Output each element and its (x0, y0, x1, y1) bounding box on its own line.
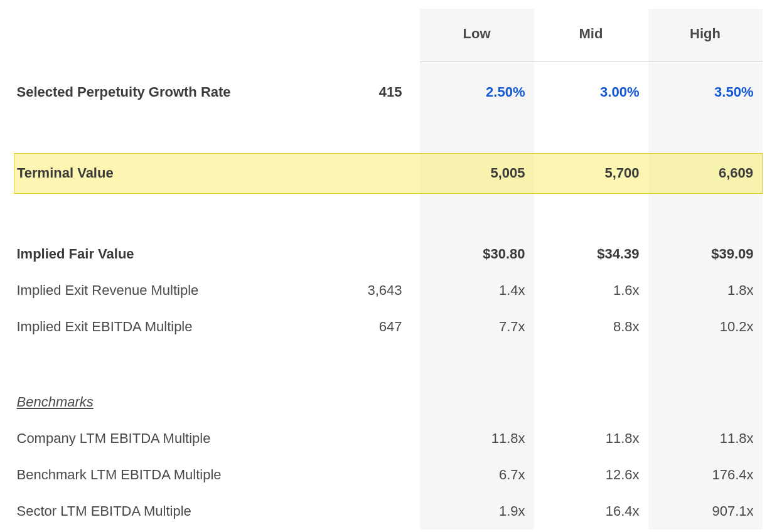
sector-ltm-mid: 16.4x (534, 493, 648, 529)
perpetuity-low: 2.50% (420, 74, 534, 110)
label-benchmarks: Benchmarks (14, 384, 272, 420)
exit-ebitda-high: 10.2x (648, 309, 763, 345)
fairvalue-mid: $34.39 (534, 236, 648, 272)
row-exit-revenue-multiple: Implied Exit Revenue Multiple 3,643 1.4x… (14, 272, 763, 309)
perpetuity-high: 3.50% (648, 74, 763, 110)
col-header-high: High (648, 9, 763, 61)
benchmark-ltm-high: 176.4x (648, 457, 763, 493)
label-fairvalue: Implied Fair Value (14, 236, 272, 272)
terminal-mid: 5,700 (534, 153, 648, 193)
company-ltm-mid: 11.8x (534, 420, 648, 457)
perpetuity-base: 415 (272, 74, 420, 110)
exit-rev-high: 1.8x (648, 272, 763, 309)
column-headers: Low Mid High (14, 9, 763, 61)
row-terminal-value: Terminal Value 5,005 5,700 6,609 (14, 153, 763, 193)
exit-ebitda-base: 647 (272, 309, 420, 345)
benchmark-ltm-mid: 12.6x (534, 457, 648, 493)
row-benchmark-ltm: Benchmark LTM EBITDA Multiple 6.7x 12.6x… (14, 457, 763, 493)
fairvalue-high: $39.09 (648, 236, 763, 272)
exit-rev-mid: 1.6x (534, 272, 648, 309)
sector-ltm-high: 907.1x (648, 493, 763, 529)
exit-rev-base: 3,643 (272, 272, 420, 309)
sector-ltm-low: 1.9x (420, 493, 534, 529)
valuation-table: Low Mid High Selected Perpetuity Growth … (14, 9, 763, 529)
company-ltm-high: 11.8x (648, 420, 763, 457)
row-exit-ebitda-multiple: Implied Exit EBITDA Multiple 647 7.7x 8.… (14, 309, 763, 345)
fairvalue-low: $30.80 (420, 236, 534, 272)
row-benchmarks-header: Benchmarks (14, 384, 763, 420)
label-perpetuity: Selected Perpetuity Growth Rate (14, 74, 272, 110)
label-company-ltm: Company LTM EBITDA Multiple (14, 420, 272, 457)
perpetuity-mid: 3.00% (534, 74, 648, 110)
label-benchmark-ltm: Benchmark LTM EBITDA Multiple (14, 457, 272, 493)
label-sector-ltm: Sector LTM EBITDA Multiple (14, 493, 272, 529)
exit-ebitda-low: 7.7x (420, 309, 534, 345)
row-company-ltm: Company LTM EBITDA Multiple 11.8x 11.8x … (14, 420, 763, 457)
row-perpetuity-growth: Selected Perpetuity Growth Rate 415 2.50… (14, 74, 763, 110)
col-header-low: Low (420, 9, 534, 61)
row-sector-ltm: Sector LTM EBITDA Multiple 1.9x 16.4x 90… (14, 493, 763, 529)
benchmark-ltm-low: 6.7x (420, 457, 534, 493)
label-exit-ebitda: Implied Exit EBITDA Multiple (14, 309, 272, 345)
exit-rev-low: 1.4x (420, 272, 534, 309)
terminal-high: 6,609 (648, 153, 763, 193)
row-implied-fair-value: Implied Fair Value $30.80 $34.39 $39.09 (14, 236, 763, 272)
col-header-mid: Mid (534, 9, 648, 61)
label-terminal: Terminal Value (14, 153, 272, 193)
company-ltm-low: 11.8x (420, 420, 534, 457)
exit-ebitda-mid: 8.8x (534, 309, 648, 345)
label-exit-rev: Implied Exit Revenue Multiple (14, 272, 272, 309)
terminal-low: 5,005 (420, 153, 534, 193)
